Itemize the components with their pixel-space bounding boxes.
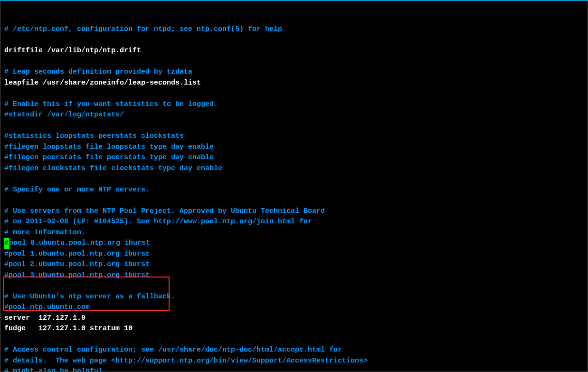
- terminal-line: #pool ntp.ubuntu.com: [4, 302, 584, 313]
- terminal-line: driftfile /var/lib/ntp/ntp.drift: [4, 46, 584, 57]
- terminal-line: #pool 2.ubuntu.pool.ntp.org iburst: [4, 259, 584, 270]
- terminal-line: # Access control configuration; see /usr…: [4, 345, 584, 356]
- terminal-line: [4, 88, 584, 99]
- terminal-line: [4, 174, 584, 185]
- terminal-line: #pool 1.ubuntu.pool.ntp.org iburst: [4, 249, 584, 260]
- terminal-line: # Use Ubuntu's ntp server as a fallback.: [4, 292, 584, 303]
- terminal-line: [4, 35, 584, 46]
- terminal-line: # Enable this if you want statistics to …: [4, 99, 584, 110]
- terminal-line: #pool 3.ubuntu.pool.ntp.org iburst: [4, 270, 584, 281]
- terminal-line: #statsdir /var/log/ntpstats/: [4, 110, 584, 121]
- terminal-line: #statistics loopstats peerstats clocksta…: [4, 131, 584, 142]
- terminal-line: # on 2011-02-08 (LP: #104525). See http:…: [4, 217, 584, 228]
- terminal-line: #filegen peerstats file peerstats type d…: [4, 153, 584, 163]
- terminal-line: fudge 127.127.1.0 stratum 10: [4, 324, 584, 334]
- terminal-line: server 127.127.1.0: [4, 313, 584, 324]
- terminal-line: # Specify one or more NTP servers.: [4, 185, 584, 196]
- terminal-line: #filegen loopstats file loopstats type d…: [4, 142, 584, 153]
- terminal-viewport[interactable]: # /etc/ntp.conf, configuration for ntpd;…: [0, 1, 588, 372]
- terminal-line: [4, 57, 584, 67]
- terminal-line: # details. The web page <http://support.…: [4, 356, 584, 367]
- terminal-line: [4, 281, 584, 292]
- terminal-line: # Leap seconds definition provided by tz…: [4, 67, 584, 78]
- terminal-line: [4, 195, 584, 206]
- terminal-line: leapfile /usr/share/zoneinfo/leap-second…: [4, 78, 584, 89]
- terminal-text: pool 0.ubuntu.pool.ntp.org iburst: [9, 239, 150, 247]
- terminal-line: #filegen clockstats file clockstats type…: [4, 163, 584, 174]
- terminal-line: # /etc/ntp.conf, configuration for ntpd;…: [4, 24, 584, 35]
- terminal-line: # might also be helpful.: [4, 366, 584, 372]
- terminal-line: [4, 334, 584, 345]
- cursor: #: [4, 238, 9, 249]
- terminal-line: #pool 0.ubuntu.pool.ntp.org iburst: [4, 238, 584, 249]
- terminal-line: [4, 121, 584, 132]
- terminal-line: # more information.: [4, 228, 584, 238]
- terminal-line: # Use servers from the NTP Pool Project.…: [4, 206, 584, 217]
- file-content: # /etc/ntp.conf, configuration for ntpd;…: [4, 24, 584, 372]
